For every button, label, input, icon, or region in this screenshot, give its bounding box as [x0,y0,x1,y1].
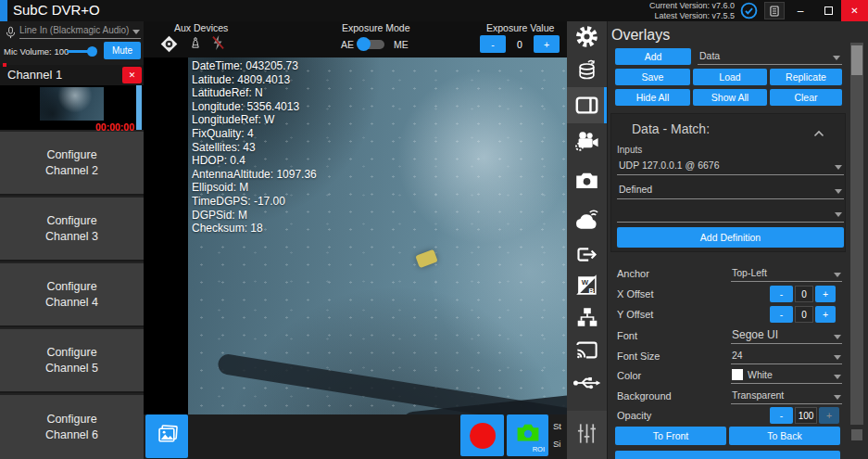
camera-top-bar: Aux Devices Exposure Mode AE ME Exposure… [144,21,567,57]
replicate-button[interactable]: Replicate [770,69,842,85]
exposure-decrease-button[interactable]: - [480,35,506,53]
anchor-value: Top-Left [732,267,767,278]
configure-channel-2-button[interactable]: Configure Channel 2 [0,132,144,196]
scrollbar-end-button[interactable] [851,429,862,440]
configure-channel-4-button[interactable]: Configure Channel 4 [0,263,144,327]
channel1-preview-strip[interactable]: 00:00:00 [0,85,144,130]
flash-disabled-icon[interactable] [209,32,227,57]
mic-volume-slider[interactable] [67,50,93,53]
opacity-value[interactable]: 100 [795,407,817,424]
clear-button[interactable]: Clear [770,89,842,106]
definition-select[interactable] [617,204,844,223]
to-back-button[interactable]: To Back [729,427,840,445]
font-select[interactable]: Segoe UI [731,327,842,344]
overlay-type-select[interactable]: Data [698,48,842,65]
record-button[interactable] [460,414,504,456]
add-definition-button[interactable]: Add Definition [617,227,844,248]
opacity-increase-button[interactable]: + [819,407,839,424]
opacity-decrease-button[interactable]: - [770,407,793,424]
title-bar: SubC DVR+O Current Version: v7.6.0 Lates… [0,0,868,21]
gallery-button[interactable] [145,414,188,458]
settings-gear-icon[interactable] [567,24,607,49]
snapshot-camera-icon[interactable] [567,170,607,191]
hide-all-button[interactable]: Hide All [615,89,690,106]
telemetry-overlay: DateTime: 043205.73 Latitude: 4809.4013 … [192,59,317,236]
configure-channel-5-button[interactable]: Configure Channel 5 [0,329,144,393]
scrollbar-thumb[interactable] [851,45,862,75]
y-offset-increase-button[interactable]: + [815,306,836,323]
opacity-label: Opacity [617,410,651,421]
mic-volume-label: Mic Volume: 100 [4,46,69,57]
configure-channel-6-button[interactable]: Configure Channel 6 [0,395,144,459]
overlay-line: Ellipsoid: M [192,181,317,195]
slider-knob[interactable] [87,46,97,57]
x-offset-value[interactable]: 0 [795,286,813,302]
changelog-book-icon[interactable] [764,2,785,19]
export-icon[interactable] [567,242,607,267]
left-sidebar: Line In (Blackmagic Audio) Mic Volume: 1… [0,21,144,459]
panel-scrollbar[interactable] [850,43,863,425]
y-offset-value[interactable]: 0 [795,306,813,323]
update-check-icon[interactable] [737,0,760,21]
adjustment-sliders-icon[interactable] [574,421,599,450]
close-button[interactable]: ✕ [841,0,868,21]
show-all-button[interactable]: Show All [693,89,767,106]
toggle-knob [357,37,371,51]
to-front-button[interactable]: To Front [615,427,726,445]
overlay-line: FixQuality: 4 [192,127,317,141]
background-value: Transparent [732,389,784,401]
color-select[interactable]: White [731,367,842,384]
maximize-button[interactable] [815,0,841,21]
beacon-icon[interactable] [189,33,202,57]
roi-snapshot-button[interactable]: ROI [507,414,548,456]
video-viewport[interactable]: DateTime: 043205.73 Latitude: 4809.4013 … [188,57,567,414]
channel1-header: Channel 1 ✕ [0,65,144,85]
roi-camera-icon [514,421,542,445]
configure-channel-6-label: Configure Channel 6 [35,412,109,443]
background-select[interactable]: Transparent [731,388,842,404]
minimize-button[interactable]: – [787,0,813,21]
overlay-line: Checksum: 18 [192,222,317,236]
save-button[interactable]: Save [615,69,690,85]
font-size-select[interactable]: 24 [731,348,842,364]
audio-device-value: Line In (Blackmagic Audio) [19,25,129,35]
add-overlay-button[interactable]: Add [615,48,691,65]
channel1-close-button[interactable]: ✕ [122,67,142,83]
size-text-clipped: Si [553,439,560,449]
color-value: White [748,369,773,380]
input-source-select[interactable]: UDP 127.0.0.1 @ 6676 [617,157,844,175]
screen-cast-icon[interactable] [567,338,607,363]
white-balance-icon[interactable]: WB [567,274,607,297]
configure-channel-3-button[interactable]: Configure Channel 3 [0,198,144,261]
me-label: ME [394,39,409,50]
channel1-thumbnail [40,87,104,121]
defined-select[interactable]: Defined [617,181,844,199]
overlay-layout-icon[interactable] [567,93,607,118]
cloud-signal-icon[interactable] [567,209,607,232]
audio-device-select[interactable]: Line In (Blackmagic Audio) [19,23,141,39]
data-storage-icon[interactable] [567,57,607,82]
x-offset-increase-button[interactable]: + [815,286,836,302]
compass-diamond-icon[interactable] [157,33,181,58]
x-offset-label: X Offset [617,288,654,300]
chevron-down-icon [132,30,140,34]
collapse-chevron-icon[interactable] [813,124,824,141]
exposure-increase-button[interactable]: + [534,35,560,53]
exposure-value-label: Exposure Value [486,22,554,33]
mute-button[interactable]: Mute [104,42,141,59]
property-row-opacity: Opacity - 100 + [608,407,849,426]
clipped-bottom-button[interactable] [615,451,840,459]
anchor-select[interactable]: Top-Left [731,265,842,282]
video-camera-settings-icon[interactable] [567,129,607,154]
x-offset-decrease-button[interactable]: - [770,286,793,302]
usb-devices-icon[interactable] [567,375,607,391]
load-button[interactable]: Load [693,69,767,85]
network-icon[interactable] [567,305,607,329]
channel1-label: Channel 1 [7,68,62,82]
channel-list-scrollbar[interactable] [136,85,142,130]
y-offset-decrease-button[interactable]: - [770,306,793,323]
overlay-line: LatitudeRef: N [192,86,317,100]
overlay-line: Longitude: 5356.4013 [192,100,317,114]
maximize-icon [824,6,833,15]
exposure-mode-toggle[interactable] [359,40,384,49]
